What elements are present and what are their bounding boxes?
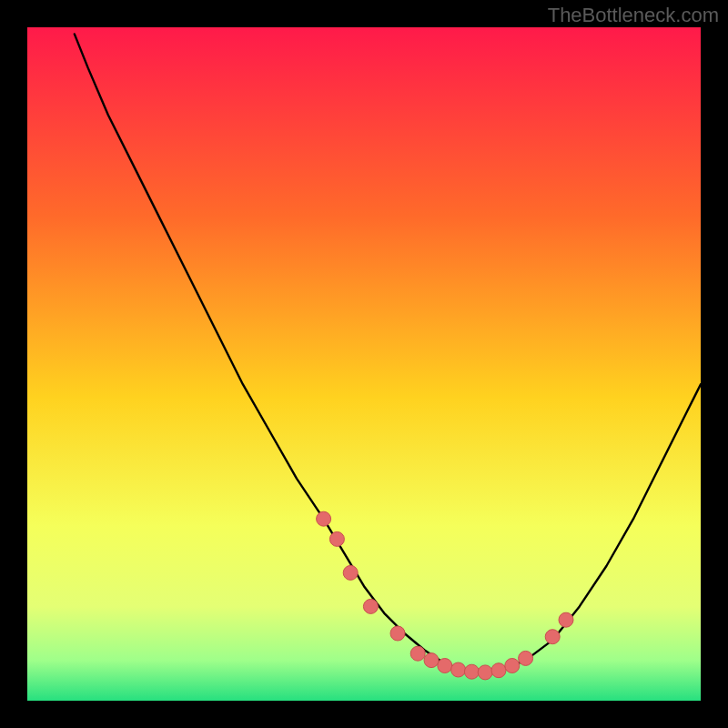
chart-svg	[27, 27, 701, 701]
marker-point	[424, 653, 439, 668]
chart-frame: TheBottleneck.com	[0, 0, 728, 728]
watermark-text: TheBottleneck.com	[548, 4, 719, 27]
marker-point	[491, 663, 506, 678]
marker-point	[329, 531, 344, 546]
marker-point	[363, 599, 378, 613]
gradient-background	[27, 27, 701, 701]
marker-point	[505, 659, 520, 673]
marker-point	[343, 565, 358, 580]
marker-point	[410, 646, 425, 661]
marker-point	[390, 626, 405, 641]
marker-point	[545, 630, 560, 644]
plot-area	[27, 27, 701, 701]
marker-point	[478, 665, 492, 680]
marker-point	[317, 511, 331, 526]
marker-point	[464, 664, 479, 679]
marker-point	[519, 651, 533, 665]
marker-point	[451, 662, 466, 677]
marker-point	[438, 659, 452, 673]
marker-point	[559, 612, 573, 627]
